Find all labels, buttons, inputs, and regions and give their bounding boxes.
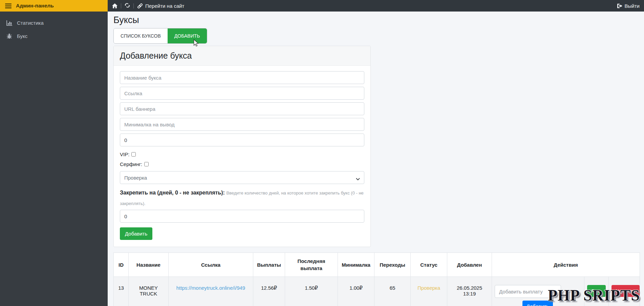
- pin-days-label-row: Закрепить на (дней, 0 - не закреплять): …: [120, 187, 364, 208]
- col-header-payouts: Выплаты: [253, 253, 285, 277]
- logout-label: Выйти: [625, 3, 640, 9]
- cell-name: MONEY TRUCK: [129, 277, 169, 306]
- tab-buks-list[interactable]: СПИСОК БУКСОВ: [114, 28, 168, 43]
- pin-days-input[interactable]: [120, 210, 364, 223]
- brand-title: Админ-панель: [16, 3, 54, 9]
- refresh-button[interactable]: [125, 3, 130, 8]
- surfing-label: Серфинг:: [120, 161, 142, 167]
- col-header-id: ID: [114, 253, 129, 277]
- navbar-divider: [121, 3, 121, 8]
- panel-title: Добавление букса: [114, 46, 370, 66]
- watermark-text: PHP SRIPTS: [548, 286, 640, 304]
- cell-min-payout: 1.00₽: [338, 277, 374, 306]
- sidebar-item-statistics[interactable]: Статистика: [0, 16, 108, 29]
- add-buks-panel: Добавление букса VIP: Серфинг: Проверка: [113, 46, 371, 247]
- cell-transitions: 65: [374, 277, 411, 306]
- vip-checkbox[interactable]: [131, 152, 136, 157]
- cell-id: 13: [114, 277, 129, 306]
- sign-out-icon: [617, 3, 622, 8]
- brand-header[interactable]: Админ-панель: [0, 0, 108, 12]
- buks-link-input[interactable]: [120, 87, 364, 100]
- sidebar: Админ-панель Статистика Букс: [0, 0, 108, 306]
- go-to-site-label: Перейти на сайт: [145, 3, 185, 9]
- home-icon: [112, 3, 117, 8]
- col-header-name: Название: [129, 253, 169, 277]
- col-header-min: Минималка: [338, 253, 374, 277]
- surfing-checkbox[interactable]: [144, 162, 149, 166]
- cell-payouts: 12.56₽: [253, 277, 285, 306]
- col-header-link: Ссылка: [169, 253, 253, 277]
- add-buks-submit-button[interactable]: Добавить: [120, 227, 152, 240]
- refresh-icon: [125, 3, 130, 8]
- sidebar-menu: Статистика Букс: [0, 12, 108, 43]
- ref-percent-input[interactable]: [120, 134, 364, 146]
- sidebar-item-label: Статистика: [17, 20, 44, 26]
- mouse-cursor-icon: [193, 39, 199, 48]
- min-withdraw-input[interactable]: [120, 118, 364, 131]
- bar-chart-icon: [6, 20, 13, 26]
- vip-checkbox-row: VIP:: [120, 151, 364, 157]
- buks-url-link[interactable]: https://moneytruck.online/i/949: [176, 285, 245, 291]
- col-header-actions: Действия: [492, 253, 640, 277]
- home-button[interactable]: [112, 3, 117, 8]
- status-select-wrap: Проверка: [120, 171, 364, 184]
- logout-button[interactable]: Выйти: [617, 3, 640, 9]
- cell-last-payout: 1.50₽: [285, 277, 338, 306]
- navbar-divider: [133, 3, 134, 8]
- cell-added: 26.05.2025 13:19: [447, 277, 492, 306]
- col-header-added: Добавлен: [447, 253, 492, 277]
- link-icon: [137, 3, 143, 9]
- sidebar-item-label: Букс: [17, 33, 27, 39]
- hamburger-icon[interactable]: [5, 3, 12, 8]
- cell-link: https://moneytruck.online/i/949: [169, 277, 253, 306]
- col-header-status: Статус: [411, 253, 447, 277]
- bug-icon: [6, 33, 13, 39]
- col-header-transitions: Переходы: [374, 253, 411, 277]
- banner-url-input[interactable]: [120, 102, 364, 115]
- page-title: Буксы: [113, 15, 638, 25]
- buks-name-input[interactable]: [120, 71, 364, 84]
- go-to-site-link[interactable]: Перейти на сайт: [137, 3, 185, 9]
- top-navbar: Перейти на сайт Выйти: [108, 0, 644, 12]
- table-header-row: ID Название Ссылка Выплаты Последняя вып…: [114, 253, 640, 277]
- vip-label: VIP:: [120, 151, 129, 157]
- col-header-last-payout: Последняя выплата: [285, 253, 338, 277]
- pin-days-label: Закрепить на (дней, 0 - не закреплять):: [120, 190, 225, 196]
- add-buks-form: VIP: Серфинг: Проверка Закрепить на (дне…: [114, 66, 370, 247]
- status-badge: Проверка: [411, 277, 447, 306]
- status-select[interactable]: Проверка: [120, 171, 364, 184]
- main-content: Буксы СПИСОК БУКСОВ ДОБАВИТЬ Добавление …: [108, 12, 644, 306]
- sidebar-item-buks[interactable]: Букс: [0, 29, 108, 43]
- tab-add-buks[interactable]: ДОБАВИТЬ: [168, 28, 207, 43]
- surfing-checkbox-row: Серфинг:: [120, 161, 364, 167]
